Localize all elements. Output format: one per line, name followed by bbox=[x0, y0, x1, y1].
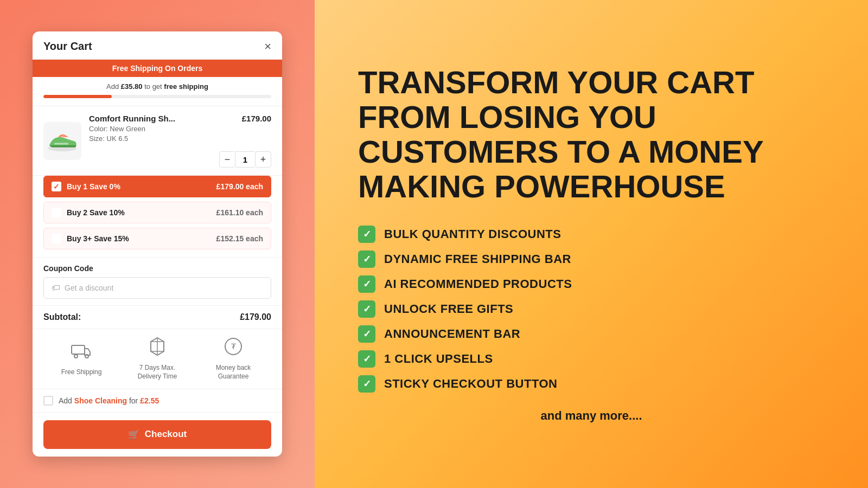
feature-text-1: BULK QUANTITY DISCOUNTS bbox=[384, 227, 561, 241]
feature-text-5: ANNOUNCEMENT BAR bbox=[384, 327, 520, 341]
free-shipping-label: free shipping bbox=[164, 82, 208, 91]
quantity-decrease-button[interactable]: − bbox=[219, 151, 235, 168]
subtotal-section: Subtotal: £179.00 bbox=[33, 306, 282, 329]
discount-row-1-left: ✓ Buy 1 Save 0% bbox=[52, 182, 120, 191]
svg-rect-2 bbox=[72, 345, 85, 354]
upsell-checkbox[interactable] bbox=[43, 396, 53, 406]
product-section: Comfort Running Sh... £179.00 Color: New… bbox=[33, 106, 282, 176]
discount-row-2-left: Buy 2 Save 10% bbox=[52, 208, 125, 217]
checkout-icon: 🛒 bbox=[128, 429, 139, 440]
delivery-icon bbox=[148, 337, 167, 361]
trust-text-guarantee: Money backGuarantee bbox=[216, 364, 251, 381]
discount-row-3[interactable]: Buy 3+ Save 15% £152.15 each bbox=[43, 228, 271, 249]
product-color: Color: New Green bbox=[89, 125, 271, 133]
shipping-progress-text: Add £35.80 to get free shipping bbox=[43, 82, 271, 91]
hero-title: TRANSFORM YOUR CART FROM LOSING YOU CUST… bbox=[358, 65, 825, 203]
feature-check-2: ✓ bbox=[358, 251, 375, 268]
discount-label-3: Buy 3+ Save 15% bbox=[67, 234, 129, 243]
svg-rect-1 bbox=[54, 143, 68, 144]
product-price: £179.00 bbox=[242, 114, 271, 123]
left-panel: Your Cart × Free Shipping On Orders Add … bbox=[0, 0, 315, 488]
feature-text-3: AI RECOMMENDED PRODUCTS bbox=[384, 277, 572, 291]
shipping-icon bbox=[71, 341, 92, 365]
quantity-increase-button[interactable]: + bbox=[255, 151, 271, 168]
trust-item-guarantee: ₮ Money backGuarantee bbox=[195, 337, 271, 381]
checkout-button[interactable]: 🛒 Checkout bbox=[43, 420, 271, 449]
trust-text-shipping: Free Shipping bbox=[61, 368, 102, 377]
discount-row-3-left: Buy 3+ Save 15% bbox=[52, 234, 129, 243]
checkout-section: 🛒 Checkout bbox=[33, 413, 282, 457]
discount-price-2: £161.10 each bbox=[216, 208, 263, 217]
shipping-amount: £35.80 bbox=[121, 82, 143, 91]
svg-text:₮: ₮ bbox=[231, 342, 236, 351]
checkmark-icon: ✓ bbox=[53, 182, 60, 191]
feature-text-4: UNLOCK FREE GIFTS bbox=[384, 302, 513, 316]
upsell-product-name: Shoe Cleaning bbox=[74, 396, 127, 405]
coupon-label: Coupon Code bbox=[43, 264, 271, 273]
feature-item-7: ✓ STICKY CHECKOUT BUTTON bbox=[358, 375, 825, 393]
svg-point-4 bbox=[85, 355, 88, 358]
right-panel: TRANSFORM YOUR CART FROM LOSING YOU CUST… bbox=[315, 0, 868, 488]
feature-item-6: ✓ 1 CLICK UPSELLS bbox=[358, 350, 825, 368]
subtotal-label: Subtotal: bbox=[43, 312, 81, 322]
upsell-text: Add Shoe Cleaning for £2.55 bbox=[59, 396, 159, 405]
feature-check-3: ✓ bbox=[358, 275, 375, 293]
checkout-label: Checkout bbox=[145, 429, 187, 440]
feature-check-6: ✓ bbox=[358, 350, 375, 368]
progress-bar-bg bbox=[43, 95, 271, 98]
coupon-icon: 🏷 bbox=[52, 283, 60, 293]
product-row: Comfort Running Sh... £179.00 Color: New… bbox=[43, 114, 271, 168]
feature-item-1: ✓ BULK QUANTITY DISCOUNTS bbox=[358, 226, 825, 243]
discount-price-3: £152.15 each bbox=[216, 234, 263, 243]
coupon-section: Coupon Code 🏷 Get a discount bbox=[33, 258, 282, 306]
feature-item-2: ✓ DYNAMIC FREE SHIPPING BAR bbox=[358, 251, 825, 268]
discount-checkbox-1: ✓ bbox=[52, 182, 61, 191]
product-name: Comfort Running Sh... bbox=[89, 114, 175, 123]
upsell-section: Add Shoe Cleaning for £2.55 bbox=[33, 389, 282, 413]
feature-check-7: ✓ bbox=[358, 375, 375, 393]
coupon-input-wrapper[interactable]: 🏷 Get a discount bbox=[43, 277, 271, 299]
subtotal-value: £179.00 bbox=[240, 312, 271, 322]
discount-price-1: £179.00 each bbox=[216, 182, 263, 191]
progress-bar-fill bbox=[43, 95, 112, 98]
shipping-progress-area: Add £35.80 to get free shipping bbox=[33, 77, 282, 106]
and-more-text: and many more.... bbox=[358, 409, 825, 423]
trust-item-delivery: 7 Days Max.Delivery Time bbox=[119, 337, 195, 381]
cart-header: Your Cart × bbox=[33, 31, 282, 60]
discount-label-1: Buy 1 Save 0% bbox=[67, 182, 120, 191]
cart-title: Your Cart bbox=[43, 40, 92, 53]
guarantee-icon: ₮ bbox=[224, 337, 243, 361]
trust-badges-section: Free Shipping 7 Days Max.Delivery Time bbox=[33, 329, 282, 389]
discount-checkbox-2 bbox=[52, 208, 61, 217]
trust-text-delivery: 7 Days Max.Delivery Time bbox=[138, 364, 177, 381]
cart-modal: Your Cart × Free Shipping On Orders Add … bbox=[33, 31, 282, 456]
trust-item-shipping: Free Shipping bbox=[43, 341, 119, 377]
product-row-top: Comfort Running Sh... £179.00 bbox=[89, 114, 271, 123]
feature-text-7: STICKY CHECKOUT BUTTON bbox=[384, 377, 557, 391]
discount-checkbox-3 bbox=[52, 234, 61, 243]
feature-item-5: ✓ ANNOUNCEMENT BAR bbox=[358, 325, 825, 343]
product-info: Comfort Running Sh... £179.00 Color: New… bbox=[89, 114, 271, 168]
close-button[interactable]: × bbox=[264, 41, 271, 53]
discount-label-2: Buy 2 Save 10% bbox=[67, 208, 125, 217]
upsell-price: £2.55 bbox=[140, 396, 159, 405]
feature-check-1: ✓ bbox=[358, 226, 375, 243]
feature-text-6: 1 CLICK UPSELLS bbox=[384, 352, 493, 366]
features-list: ✓ BULK QUANTITY DISCOUNTS ✓ DYNAMIC FREE… bbox=[358, 226, 825, 393]
coupon-placeholder: Get a discount bbox=[65, 284, 113, 292]
feature-item-3: ✓ AI RECOMMENDED PRODUCTS bbox=[358, 275, 825, 293]
feature-check-4: ✓ bbox=[358, 300, 375, 318]
product-image bbox=[43, 122, 81, 160]
product-size: Size: UK 6.5 bbox=[89, 134, 271, 143]
feature-item-4: ✓ UNLOCK FREE GIFTS bbox=[358, 300, 825, 318]
right-content: TRANSFORM YOUR CART FROM LOSING YOU CUST… bbox=[358, 65, 825, 422]
free-shipping-banner: Free Shipping On Orders bbox=[33, 60, 282, 77]
feature-check-5: ✓ bbox=[358, 325, 375, 343]
feature-text-2: DYNAMIC FREE SHIPPING BAR bbox=[384, 252, 571, 266]
discount-row-2[interactable]: Buy 2 Save 10% £161.10 each bbox=[43, 202, 271, 223]
quantity-controls: − 1 + bbox=[219, 151, 271, 168]
quantity-value: 1 bbox=[235, 151, 255, 168]
svg-point-3 bbox=[74, 355, 78, 358]
discount-row-1[interactable]: ✓ Buy 1 Save 0% £179.00 each bbox=[43, 176, 271, 197]
discount-section: ✓ Buy 1 Save 0% £179.00 each Buy 2 Save … bbox=[33, 176, 282, 258]
